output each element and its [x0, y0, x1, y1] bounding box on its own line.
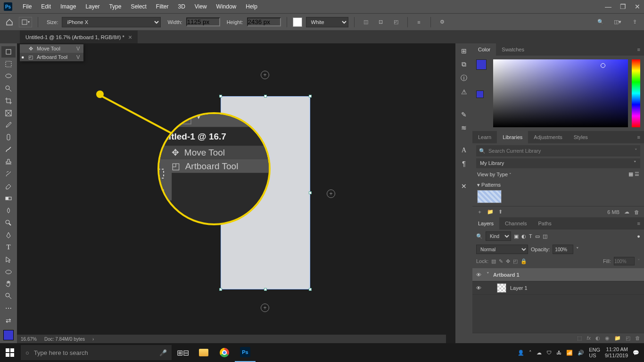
hand-tool[interactable] — [1, 279, 16, 290]
tab-adjustments[interactable]: Adjustments — [528, 131, 568, 143]
tab-swatches[interactable]: Swatches — [496, 43, 530, 56]
resize-handle[interactable] — [309, 191, 312, 194]
panel-brush-settings-icon[interactable]: ≋ — [461, 124, 467, 132]
delete-layer-icon[interactable]: 🗑 — [635, 335, 640, 341]
layer-filter-kind[interactable]: Kind — [486, 231, 511, 241]
fill-swatch[interactable] — [293, 17, 302, 27]
layer-artboard-group[interactable]: 👁 ˅ Artboard 1 — [472, 268, 644, 281]
taskbar-chrome[interactable] — [214, 343, 235, 362]
stamp-tool[interactable] — [1, 156, 16, 167]
add-artboard-right-icon[interactable]: + — [327, 189, 335, 198]
security-icon[interactable]: 🛡 — [546, 350, 552, 355]
taskbar-explorer[interactable] — [193, 343, 214, 362]
cloud-icon[interactable]: ☁ — [624, 209, 629, 215]
tray-expand-icon[interactable]: ˄ — [529, 350, 532, 356]
menu-3d[interactable]: 3D — [173, 3, 190, 10]
collapse-icon[interactable]: ˅ — [487, 272, 489, 278]
panel-histogram-icon[interactable]: ⊞ — [461, 47, 467, 55]
tab-channels[interactable]: Channels — [499, 217, 532, 230]
foreground-swatch[interactable] — [476, 59, 487, 70]
window-restore-icon[interactable]: ❐ — [620, 3, 626, 10]
filter-adjust-icon[interactable]: ◐ — [521, 233, 526, 239]
window-close-icon[interactable]: ✕ — [635, 3, 640, 10]
lock-image-icon[interactable]: ✎ — [499, 258, 503, 264]
notifications-icon[interactable]: 💬 — [633, 350, 639, 356]
gradient-tool[interactable] — [1, 193, 16, 204]
panel-menu-icon[interactable]: ≡ — [634, 47, 644, 52]
menu-select[interactable]: Select — [126, 3, 151, 10]
filter-toggle[interactable]: ● — [637, 233, 640, 239]
patterns-group[interactable]: Patterns — [481, 182, 501, 188]
view-by-type[interactable]: View by Type — [477, 172, 508, 177]
search-icon[interactable]: 🔍 — [595, 16, 606, 28]
frame-tool[interactable] — [1, 107, 16, 119]
blend-mode-select[interactable]: Normal — [476, 245, 528, 254]
layer-group-icon[interactable]: 📁 — [614, 335, 621, 341]
people-icon[interactable]: 👤 — [518, 350, 524, 356]
resize-handle[interactable] — [309, 288, 312, 291]
history-brush-tool[interactable] — [1, 168, 16, 180]
type-tool[interactable]: T — [1, 242, 16, 253]
taskbar-search[interactable]: ○ Type here to search 🎤 — [21, 345, 172, 360]
eraser-tool[interactable] — [1, 181, 16, 192]
resize-handle[interactable] — [219, 288, 222, 291]
move-artboard-tool[interactable] — [1, 46, 16, 58]
wifi-icon[interactable]: 📶 — [566, 350, 573, 356]
opacity-input[interactable] — [553, 245, 573, 254]
menu-layer[interactable]: Layer — [81, 3, 104, 10]
more-tools-icon[interactable]: ⋯ — [1, 303, 16, 314]
resize-handle[interactable] — [264, 95, 267, 98]
layer-mask-icon[interactable]: ◐ — [595, 335, 600, 341]
delete-icon[interactable]: 🗑 — [634, 209, 639, 215]
share-icon[interactable]: ⇪ — [629, 16, 640, 28]
network-icon[interactable]: 🖧 — [556, 350, 561, 355]
panel-paragraph-icon[interactable]: ¶ — [462, 160, 466, 167]
filter-type-icon[interactable]: T — [529, 233, 532, 239]
volume-icon[interactable]: 🔊 — [578, 350, 584, 356]
filter-pixel-icon[interactable]: ▣ — [514, 233, 519, 239]
tab-paths[interactable]: Paths — [533, 217, 557, 230]
menu-edit[interactable]: Edit — [36, 3, 56, 10]
add-artboard-top-icon[interactable]: + — [261, 71, 269, 79]
lock-position-icon[interactable]: ✥ — [506, 258, 510, 264]
clock[interactable]: 11:20 AM9/11/2019 — [605, 346, 628, 359]
current-tool-icon[interactable]: ▾ — [19, 17, 32, 27]
filter-smart-icon[interactable]: ◫ — [543, 233, 547, 239]
flyout-artboard-tool[interactable]: ■ ◰ Artboard Tool V — [20, 53, 83, 61]
brush-tool[interactable] — [1, 144, 16, 155]
artboard-option-2-icon[interactable]: ⊡ — [375, 16, 387, 28]
resize-handle[interactable] — [264, 288, 267, 291]
resize-handle[interactable] — [309, 95, 312, 98]
layer-thumbnail[interactable] — [497, 283, 506, 293]
panel-info-icon[interactable]: ⓘ — [461, 74, 467, 82]
crop-tool[interactable] — [1, 95, 16, 107]
tab-learn[interactable]: Learn — [472, 131, 497, 143]
add-artboard-bottom-icon[interactable]: + — [261, 304, 269, 312]
panel-menu-icon[interactable]: ≡ — [634, 134, 644, 140]
onedrive-icon[interactable]: ☁ — [537, 350, 542, 356]
menu-filter[interactable]: Filter — [151, 3, 173, 10]
link-layers-icon[interactable]: ⬚ — [577, 335, 582, 341]
task-view-icon[interactable]: ⊞⊟ — [173, 343, 193, 362]
eyedropper-tool[interactable] — [1, 120, 16, 131]
document-tab[interactable]: Untitled-1 @ 16.7% (Artboard 1, RGB/8#) … — [20, 30, 138, 44]
new-layer-icon[interactable]: ◰ — [626, 335, 630, 341]
window-minimize-icon[interactable]: — — [605, 3, 611, 10]
pattern-thumbnail[interactable] — [477, 190, 502, 203]
fill-select[interactable]: White — [306, 17, 348, 27]
tab-layers[interactable]: Layers — [472, 217, 499, 230]
zoom-tool[interactable] — [1, 290, 16, 302]
edit-toolbar-icon[interactable]: ⇄ — [1, 315, 16, 326]
panel-history-icon[interactable]: ⧉ — [462, 60, 466, 68]
close-tab-icon[interactable]: × — [128, 33, 132, 41]
menu-type[interactable]: Type — [104, 3, 126, 10]
upload-icon[interactable]: ⬆ — [498, 209, 503, 215]
tab-color[interactable]: Color — [472, 43, 496, 56]
grid-view-icon[interactable]: ▦ — [628, 171, 633, 177]
workspaces-icon[interactable]: ◫▾ — [612, 16, 623, 28]
menu-image[interactable]: Image — [56, 3, 81, 10]
lang-indicator[interactable]: ENG — [589, 347, 600, 353]
panel-menu-icon[interactable]: ≡ — [634, 221, 644, 226]
dodge-tool[interactable] — [1, 217, 16, 229]
foreground-color[interactable] — [3, 330, 14, 340]
